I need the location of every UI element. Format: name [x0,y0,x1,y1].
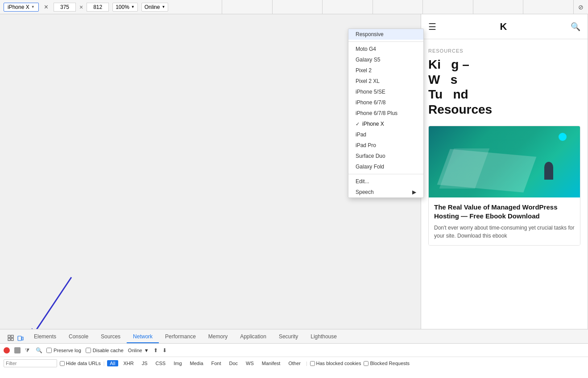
blocked-requests-checkbox[interactable] [364,361,369,366]
filter-type-media[interactable]: Media [187,360,206,366]
devtools-panel: Elements Console Sources Network Perform… [0,329,588,378]
tab-security[interactable]: Security [273,331,304,343]
export-har-icon[interactable]: ⬇ [162,347,167,353]
dropdown-item-speech[interactable]: Speech ▶ [348,187,423,197]
dropdown-item-pixel2xl[interactable]: Pixel 2 XL [348,76,423,86]
dropdown-item-surfaceduo[interactable]: Surface Duo [348,151,423,161]
hamburger-menu-icon[interactable]: ☰ [428,21,436,32]
mobile-page-content: RESOURCES Ki g – W s Tu nd Resources The… [421,39,588,255]
filter-input[interactable] [4,359,57,367]
dropdown-item-iphonex[interactable]: ✓ iPhone X [348,119,423,129]
dropdown-item-label: iPhone 5/SE [356,89,385,95]
page-heading: Ki g – W s Tu nd Resources [428,57,580,117]
resources-label: RESOURCES [428,48,580,53]
device-selector[interactable]: iPhone X ▼ [4,3,39,12]
filter-type-xhr[interactable]: XHR [121,360,137,366]
tab-network[interactable]: Network [127,331,159,343]
import-har-icon[interactable]: ⬆ [153,347,158,353]
dropdown-item-motog4[interactable]: Moto G4 [348,44,423,54]
filter-type-js[interactable]: JS [139,360,150,366]
search-network-icon[interactable]: 🔍 [36,347,42,353]
network-throttle-dropdown[interactable]: Online ▼ [128,348,149,353]
dropdown-item-galaxys5[interactable]: Galaxy S5 [348,54,423,65]
svg-rect-2 [8,335,10,337]
no-touch-icon[interactable]: ⊘ [577,4,584,11]
filter-type-doc[interactable]: Doc [227,360,241,366]
search-icon[interactable]: 🔍 [571,22,580,32]
hide-data-urls-label[interactable]: Hide data URLs [60,361,101,366]
record-button[interactable] [4,347,10,353]
filter-type-ws[interactable]: WS [243,360,257,366]
network-toolbar: ⧩ 🔍 Preserve log Disable cache Online ▼ … [0,344,588,357]
hide-data-urls-checkbox[interactable] [60,361,65,366]
dropdown-item-edit[interactable]: Edit... [348,176,423,187]
iso-dot-shape [559,133,567,141]
tab-memory[interactable]: Memory [202,331,234,343]
dropdown-item-label: iPad Pro [356,142,376,148]
blocked-requests-label[interactable]: Blocked Requests [364,361,410,366]
clear-button[interactable] [14,347,21,353]
filter-type-css[interactable]: CSS [153,360,169,366]
ruler-segment [523,0,574,14]
dropdown-item-pixel2[interactable]: Pixel 2 [348,65,423,76]
filter-bar: Hide data URLs | All XHR JS CSS Img Medi… [0,357,588,370]
zoom-arrow: ▼ [131,5,135,9]
tab-application[interactable]: Application [234,331,273,343]
device-dropdown-arrow: ▼ [31,5,35,9]
dropdown-item-label: iPhone 6/7/8 Plus [356,110,398,116]
ruler-segment [172,0,222,14]
filter-type-manifest[interactable]: Manifest [259,360,283,366]
dropdown-item-ipad[interactable]: iPad [348,129,423,140]
dropdown-item-iphone5se[interactable]: iPhone 5/SE [348,86,423,97]
preserve-log-checkbox-label[interactable]: Preserve log [46,348,81,353]
submenu-arrow-icon: ▶ [412,189,416,195]
dropdown-item-ipadpro[interactable]: iPad Pro [348,140,423,151]
has-blocked-cookies-text: Has blocked cookies [316,361,361,366]
width-input[interactable] [54,3,76,12]
filter-type-font[interactable]: Font [209,360,224,366]
zoom-selector[interactable]: 100% ▼ [112,3,138,12]
dropdown-item-label: Pixel 2 [356,67,372,74]
dropdown-item-label: Galaxy S5 [356,57,380,63]
tab-sources[interactable]: Sources [95,331,127,343]
dropdown-item-label: iPad [356,131,366,138]
throttle-selector[interactable]: Online ▼ [141,3,169,12]
tab-lighthouse[interactable]: Lighthouse [304,331,343,343]
device-close-button[interactable]: × [42,3,50,11]
filter-type-other[interactable]: Other [286,360,303,366]
ruler-segment [323,0,373,14]
inspect-icon[interactable] [7,334,14,341]
device-toggle-icon[interactable] [17,334,24,341]
iso-person-shape [544,162,553,180]
filter-icon[interactable]: ⧩ [25,347,31,353]
dropdown-divider [348,41,423,42]
height-input[interactable] [87,3,109,12]
has-blocked-cookies-label[interactable]: Has blocked cookies [310,361,361,366]
tab-console[interactable]: Console [62,331,95,343]
has-blocked-cookies-checkbox[interactable] [310,361,315,366]
dropdown-item-galaxyfold[interactable]: Galaxy Fold [348,161,423,172]
blog-card[interactable]: The Real Value of Managed WordPress Host… [428,126,580,246]
dropdown-item-iphone678plus[interactable]: iPhone 6/7/8 Plus [348,108,423,119]
dropdown-item-responsive[interactable]: Responsive [348,29,423,40]
mobile-preview-frame: ☰ K 🔍 RESOURCES Ki g – W s Tu nd Resourc… [421,14,588,329]
tab-performance[interactable]: Performance [159,331,202,343]
device-name-label: iPhone X [8,4,29,10]
dropdown-item-label: Pixel 2 XL [356,78,380,84]
throttle-label: Online [145,4,160,10]
dropdown-item-iphone678[interactable]: iPhone 6/7/8 [348,97,423,108]
svg-rect-4 [8,338,10,341]
blog-card-title: The Real Value of Managed WordPress Host… [434,203,575,220]
filter-type-img[interactable]: Img [171,360,184,366]
preserve-log-checkbox[interactable] [46,348,52,353]
filter-type-all[interactable]: All [107,360,118,366]
mobile-nav: ☰ K 🔍 [421,14,588,39]
tab-elements[interactable]: Elements [28,331,62,343]
devtools-icon-group [4,333,28,343]
dimension-separator: × [79,4,83,11]
disable-cache-checkbox-label[interactable]: Disable cache [86,348,124,353]
svg-rect-6 [18,336,21,341]
svg-line-1 [36,277,71,329]
disable-cache-checkbox[interactable] [86,348,91,353]
dropdown-item-label: iPhone X [362,121,384,127]
